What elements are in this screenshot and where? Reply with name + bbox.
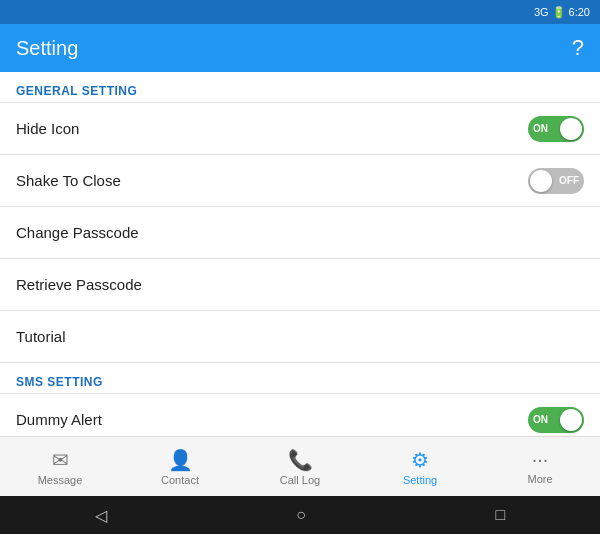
label-hide-icon: Hide Icon <box>16 120 79 137</box>
back-button[interactable]: ◁ <box>95 506 107 525</box>
system-nav: ◁ ○ □ <box>0 496 600 534</box>
nav-item-more[interactable]: ··· More <box>480 437 600 496</box>
toggle-hide-icon-text: ON <box>533 123 548 134</box>
signal-text: 3G <box>534 6 549 18</box>
label-retrieve-passcode: Retrieve Passcode <box>16 276 142 293</box>
status-bar: 3G 🔋 6:20 <box>0 0 600 24</box>
row-shake-to-close[interactable]: Shake To Close OFF <box>0 155 600 207</box>
contact-icon: 👤 <box>168 448 193 472</box>
toggle-shake-to-close[interactable]: OFF <box>528 168 584 194</box>
label-shake-to-close: Shake To Close <box>16 172 121 189</box>
nav-item-call-log[interactable]: 📞 Call Log <box>240 437 360 496</box>
home-button[interactable]: ○ <box>296 506 306 524</box>
label-dummy-alert: Dummy Alert <box>16 411 102 428</box>
row-dummy-alert[interactable]: Dummy Alert ON <box>0 394 600 436</box>
row-tutorial[interactable]: Tutorial <box>0 311 600 363</box>
section-general-header: GENERAL SETTING <box>0 72 600 102</box>
row-retrieve-passcode[interactable]: Retrieve Passcode <box>0 259 600 311</box>
nav-label-contact: Contact <box>161 474 199 486</box>
toggle-dummy-alert-thumb <box>560 409 582 431</box>
toggle-dummy-alert-text: ON <box>533 414 548 425</box>
nav-item-contact[interactable]: 👤 Contact <box>120 437 240 496</box>
recent-button[interactable]: □ <box>496 506 506 524</box>
battery-icon: 🔋 <box>552 6 566 19</box>
status-icons: 3G 🔋 6:20 <box>534 6 590 19</box>
nav-label-message: Message <box>38 474 83 486</box>
section-sms-header: SMS SETTING <box>0 363 600 393</box>
nav-label-more: More <box>527 473 552 485</box>
more-icon: ··· <box>532 448 549 471</box>
message-icon: ✉ <box>52 448 69 472</box>
toggle-shake-thumb <box>530 170 552 192</box>
toggle-hide-icon-thumb <box>560 118 582 140</box>
toggle-hide-icon[interactable]: ON <box>528 116 584 142</box>
call-log-icon: 📞 <box>288 448 313 472</box>
toggle-shake-text: OFF <box>559 175 579 186</box>
time-text: 6:20 <box>569 6 590 18</box>
label-change-passcode: Change Passcode <box>16 224 139 241</box>
bottom-nav: ✉ Message 👤 Contact 📞 Call Log ⚙ Setting… <box>0 436 600 496</box>
setting-icon: ⚙ <box>411 448 429 472</box>
row-hide-icon[interactable]: Hide Icon ON <box>0 103 600 155</box>
nav-label-setting: Setting <box>403 474 437 486</box>
nav-label-call-log: Call Log <box>280 474 320 486</box>
header-title: Setting <box>16 37 78 60</box>
label-tutorial: Tutorial <box>16 328 65 345</box>
row-change-passcode[interactable]: Change Passcode <box>0 207 600 259</box>
app-header: Setting ? <box>0 24 600 72</box>
main-content: GENERAL SETTING Hide Icon ON Shake To Cl… <box>0 72 600 436</box>
toggle-dummy-alert[interactable]: ON <box>528 407 584 433</box>
help-button[interactable]: ? <box>572 35 584 61</box>
nav-item-message[interactable]: ✉ Message <box>0 437 120 496</box>
nav-item-setting[interactable]: ⚙ Setting <box>360 437 480 496</box>
